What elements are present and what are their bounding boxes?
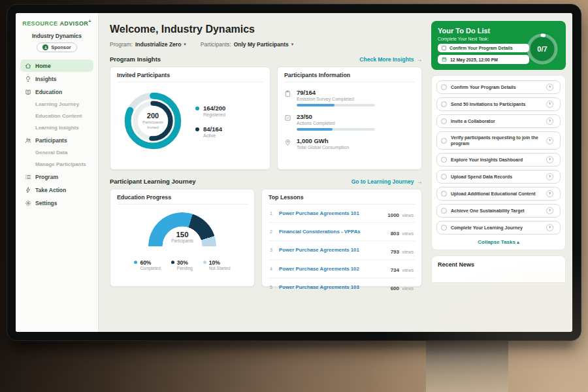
lesson-link[interactable]: Power Purchase Agreements 103 (279, 284, 386, 290)
sidebar-item-settings[interactable]: Settings (20, 197, 93, 209)
collapse-label: Collapse Tasks (478, 239, 515, 245)
monitor-stand (426, 340, 508, 392)
chevron-right-icon[interactable]: › (546, 156, 553, 163)
task-row[interactable]: Invite a Collaborator › (436, 114, 561, 128)
invited-participants-card: Invited Participants (110, 67, 270, 170)
sidebar-item-manage-participants[interactable]: Manage Participants (20, 159, 93, 170)
gauge-legend: 60% Completed 30% Pending (117, 259, 248, 270)
chevron-right-icon[interactable]: › (546, 224, 553, 231)
card-title: Invited Participants (117, 72, 263, 82)
task-row[interactable]: Send 50 Invitations to Participants › (436, 97, 561, 111)
education-progress-card: Education Progress 150 Participants (110, 189, 255, 287)
next-task-pill[interactable]: Confirm Your Program Details (438, 44, 529, 52)
task-checkbox[interactable] (441, 191, 447, 197)
task-row[interactable]: Upload Spend Data Records › (436, 170, 561, 184)
sidebar-item-learning-journey[interactable]: Learning Journey (20, 99, 93, 110)
lesson-row: 4 Power Purchase Agreements 102 734 view… (269, 260, 415, 278)
task-row[interactable]: Upload Additional Educational Content › (436, 187, 561, 201)
stat-actions-completed: 23/50 Actions Completed (284, 113, 415, 131)
task-checkbox[interactable] (441, 84, 447, 90)
lesson-link[interactable]: Power Purchase Agreements 101 (279, 210, 383, 216)
chevron-right-icon[interactable]: › (546, 190, 553, 197)
sidebar-item-program[interactable]: Program (20, 171, 93, 183)
collapse-tasks-button[interactable]: Collapse Tasks ▴ (436, 239, 561, 245)
logo-text-resource: RESOURCE (22, 20, 57, 27)
task-row[interactable]: Complete Your Learning Journey › (436, 221, 561, 235)
sidebar-item-insights[interactable]: Insights (20, 73, 93, 85)
task-row[interactable]: Explore Your Insights Dashboard › (436, 153, 561, 167)
gauge-center-label: 150 Participants (144, 231, 220, 243)
sidebar-subitem-label: Education Content (35, 113, 82, 119)
todo-panel: Your To Do List Complete Your Next Task:… (430, 13, 572, 332)
checkbox[interactable] (442, 46, 446, 50)
task-row[interactable]: Verify participants requesting to join t… (436, 131, 561, 150)
sidebar-item-label: Home (35, 63, 51, 69)
task-label: Confirm Your Program Details (451, 84, 542, 90)
active-value: 84/164 (203, 125, 222, 133)
education-gauge-chart: 150 Participants (144, 212, 220, 249)
sidebar-item-education-content[interactable]: Education Content (20, 110, 93, 122)
chevron-right-icon[interactable]: › (546, 207, 553, 214)
sidebar-subitem-label: General Data (35, 150, 67, 155)
sponsor-badge[interactable]: Sponsor (37, 42, 76, 52)
sidebar-item-label: Insights (35, 76, 57, 82)
sidebar-item-general-data[interactable]: General Data (20, 147, 93, 158)
lesson-views: 1000 views (387, 208, 414, 220)
lesson-link[interactable]: Financial Considerations - VPPAs (279, 229, 386, 235)
chevron-right-icon[interactable]: › (546, 173, 553, 180)
participants-dropdown[interactable]: Participants: Only My Participants ▾ (201, 41, 293, 48)
invited-donut-chart: 200 Participants Invited (121, 89, 185, 153)
sidebar-item-participants[interactable]: Participants (20, 134, 93, 146)
sidebar-item-home[interactable]: Home (20, 59, 93, 72)
task-label: Achieve One Sustainability Target (451, 208, 542, 214)
chevron-right-icon[interactable]: › (546, 118, 553, 125)
task-checkbox[interactable] (441, 208, 447, 214)
registered-label: Registered (203, 112, 225, 117)
check-more-insights-link[interactable]: Check More Insights → (359, 56, 422, 63)
program-insights-section-header: Program Insights Check More Insights → (110, 56, 422, 63)
task-checkbox[interactable] (441, 174, 447, 180)
segment-label: Completed (140, 266, 160, 270)
lesson-views: 793 views (391, 244, 414, 256)
desk-background: RESOURCE ADVISOR+ Industry Dynamics Spon… (0, 0, 588, 392)
task-row[interactable]: Confirm Your Program Details › (436, 80, 561, 94)
card-title: Participants Information (284, 72, 415, 82)
task-checkbox[interactable] (441, 138, 447, 144)
task-checkbox[interactable] (441, 157, 447, 163)
lightbulb-icon (25, 76, 31, 82)
task-checkbox[interactable] (441, 225, 447, 231)
sidebar-item-take-action[interactable]: Take Action (20, 184, 93, 196)
task-label: Complete Your Learning Journey (451, 225, 542, 231)
lesson-link[interactable]: Power Purchase Agreements 102 (279, 266, 386, 272)
task-row[interactable]: Achieve One Sustainability Target › (436, 204, 561, 218)
segment-value: 30% (177, 259, 193, 266)
lesson-link[interactable]: Power Purchase Agreements 101 (279, 247, 386, 253)
insights-cards-row: Invited Participants (110, 67, 422, 170)
chevron-down-icon: ▾ (184, 42, 186, 47)
segment-label: Pending (177, 266, 193, 270)
sidebar-item-education[interactable]: Education (20, 86, 93, 98)
task-checkbox[interactable] (441, 118, 447, 124)
lesson-views: 734 views (391, 263, 414, 274)
sidebar-item-learning-insights[interactable]: Learning Insights (20, 122, 93, 133)
gear-icon (25, 200, 31, 206)
go-to-learning-journey-link[interactable]: Go to Learning Journey → (351, 178, 422, 185)
app-logo: RESOURCE ADVISOR+ (20, 19, 93, 27)
active-label: Active (203, 133, 222, 138)
donut-legend: 164/200 Registered 84/164 Active (195, 105, 225, 138)
task-label: Upload Spend Data Records (451, 174, 542, 180)
segment-label: Not Started (209, 266, 231, 270)
program-dropdown[interactable]: Program: Industrialize Zero ▾ (110, 41, 186, 48)
chevron-right-icon[interactable]: › (546, 101, 553, 108)
sidebar-subitem-label: Learning Journey (35, 101, 79, 107)
learning-cards-row: Education Progress 150 Participants (110, 189, 422, 287)
link-label: Check More Insights (359, 56, 414, 63)
task-checkbox[interactable] (441, 101, 447, 107)
chevron-right-icon[interactable]: › (546, 84, 553, 91)
lesson-views: 600 views (391, 281, 414, 293)
logo-plus: + (88, 19, 91, 24)
location-pin-icon (284, 139, 291, 146)
registered-value: 164/200 (203, 105, 225, 112)
chevron-right-icon[interactable]: › (546, 137, 553, 144)
page-title: Welcome, Industry Dynamics (110, 24, 422, 35)
